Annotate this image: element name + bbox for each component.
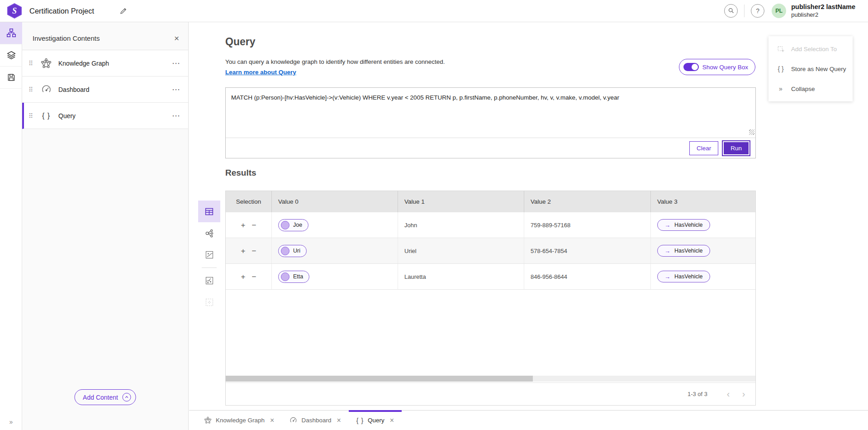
entity-cell: Etta [272, 264, 398, 289]
content-item-knowledge-graph[interactable]: ⠿ Knowledge Graph ⋯ [22, 50, 188, 76]
remove-selection-button[interactable]: − [252, 221, 256, 229]
entity-label: Uri [293, 248, 300, 254]
run-button[interactable]: Run [723, 141, 749, 155]
column-header-value0[interactable]: Value 0 [272, 191, 398, 212]
edge-pill[interactable]: → HasVehicle [657, 245, 710, 257]
close-tab-icon[interactable]: × [390, 416, 394, 425]
remove-selection-button[interactable]: − [252, 273, 256, 281]
edge-cell: → HasVehicle [651, 238, 755, 263]
entity-node-pill[interactable]: Etta [278, 271, 309, 283]
show-query-box-toggle[interactable]: Show Query Box [679, 59, 755, 75]
rail-item-contents[interactable] [0, 22, 22, 44]
query-page: Query You can query a knowledge graph to… [189, 22, 868, 410]
selection-cell: + − [226, 238, 272, 263]
add-content-button[interactable]: Add Content [74, 389, 136, 405]
menu-item-label: Add Selection To [791, 46, 837, 53]
tab-query[interactable]: { } Query × [349, 411, 402, 430]
content-item-label: Query [58, 112, 76, 119]
column-header-value2[interactable]: Value 2 [524, 191, 651, 212]
tab-knowledge-graph[interactable]: Knowledge Graph × [196, 411, 282, 430]
overflow-menu-icon[interactable]: ⋯ [172, 111, 180, 121]
learn-more-link[interactable]: Learn more about Query [225, 69, 296, 76]
search-icon[interactable] [724, 4, 738, 18]
expanded-view-icon [198, 291, 220, 313]
close-tab-icon[interactable]: × [337, 416, 341, 425]
panel-title: Investigation Contents [33, 34, 100, 42]
expand-rail-icon[interactable]: » [0, 418, 22, 425]
table-row: + − Uri Uriel 578-654-7854 → HasVehicle [226, 238, 755, 264]
edge-pill[interactable]: → HasVehicle [657, 219, 710, 231]
phone-cell: 759-889-57168 [524, 212, 651, 238]
add-selection-button[interactable]: + [241, 221, 246, 229]
selection-cell: + − [226, 212, 272, 238]
geo-map-view-icon[interactable] [198, 270, 220, 291]
table-header-row: Selection Value 0 Value 1 Value 2 Value … [226, 191, 755, 212]
column-header-value3[interactable]: Value 3 [651, 191, 755, 212]
first-name-cell: Uriel [398, 238, 524, 263]
map-view-icon[interactable] [198, 244, 220, 266]
column-header-selection[interactable]: Selection [226, 191, 272, 212]
scrollbar-thumb[interactable] [226, 376, 533, 382]
query-actions-menu: Add Selection To { } Store as New Query … [768, 36, 853, 101]
add-selection-button[interactable]: + [241, 273, 246, 281]
next-page-icon[interactable]: › [737, 389, 750, 399]
drag-handle-icon[interactable]: ⠿ [28, 60, 38, 67]
edge-cell: → HasVehicle [651, 264, 755, 289]
knowledge-graph-icon [40, 58, 52, 69]
user-avatar[interactable]: PL [772, 4, 786, 18]
tab-dashboard[interactable]: Dashboard × [282, 411, 348, 430]
arrow-right-icon: → [664, 274, 670, 280]
query-input[interactable]: MATCH (p:Person)-[hv:HasVehicle]->(v:Veh… [226, 88, 755, 134]
table-row: + − Etta Lauretta 846-956-8644 → HasVehi… [226, 264, 755, 290]
app-logo-icon[interactable]: S [7, 3, 22, 19]
rail-item-layers[interactable] [0, 44, 22, 67]
entity-node-pill[interactable]: Uri [278, 245, 307, 257]
investigation-contents-panel: Investigation Contents × ⠿ Knowledge Gra… [22, 22, 189, 430]
user-menu[interactable]: publisher2 lastName publisher2 [791, 4, 855, 18]
overflow-menu-icon[interactable]: ⋯ [172, 85, 180, 95]
menu-item-collapse[interactable]: » Collapse [768, 79, 853, 99]
content-item-query[interactable]: ⠿ { } Query ⋯ [22, 103, 188, 129]
remove-selection-button[interactable]: − [252, 247, 256, 255]
left-rail: » [0, 22, 22, 430]
save-icon [7, 73, 16, 82]
top-bar: S Certification Project ? PL publisher2 … [0, 0, 868, 22]
user-username: publisher2 [791, 12, 855, 18]
query-box: MATCH (p:Person)-[hv:HasVehicle]->(v:Veh… [225, 87, 756, 158]
rail-item-save[interactable] [0, 67, 22, 89]
network-view-icon[interactable] [198, 222, 220, 244]
hierarchy-icon [6, 28, 16, 38]
menu-item-label: Store as New Query [791, 66, 846, 72]
overflow-menu-icon[interactable]: ⋯ [172, 58, 180, 68]
entity-node-pill[interactable]: Joe [278, 219, 308, 231]
menu-item-store-as-new-query[interactable]: { } Store as New Query [768, 59, 853, 79]
bottom-tab-bar: Knowledge Graph × Dashboard × { } Query … [189, 410, 868, 430]
help-icon[interactable]: ? [751, 4, 764, 18]
edge-pill[interactable]: → HasVehicle [657, 271, 710, 282]
horizontal-scrollbar[interactable] [226, 376, 755, 382]
table-view-icon[interactable] [198, 201, 220, 222]
entity-label: Etta [293, 273, 303, 280]
entity-avatar [281, 247, 289, 255]
selection-cell: + − [226, 264, 272, 289]
edge-label: HasVehicle [674, 222, 703, 228]
entity-label: Joe [293, 222, 302, 228]
content-item-dashboard[interactable]: ⠿ Dashboard ⋯ [22, 76, 188, 103]
resize-handle[interactable] [749, 129, 754, 135]
edge-cell: → HasVehicle [651, 212, 755, 238]
close-panel-icon[interactable]: × [174, 35, 179, 42]
results-table: Selection Value 0 Value 1 Value 2 Value … [225, 191, 756, 406]
project-title: Certification Project [29, 7, 94, 15]
previous-page-icon[interactable]: ‹ [722, 389, 735, 399]
close-tab-icon[interactable]: × [270, 416, 274, 425]
drag-handle-icon[interactable]: ⠿ [28, 86, 38, 93]
column-header-value1[interactable]: Value 1 [398, 191, 524, 212]
edit-title-icon[interactable] [119, 7, 128, 15]
drag-handle-icon[interactable]: ⠿ [28, 112, 38, 119]
phone-cell: 846-956-8644 [524, 264, 651, 289]
table-row: + − Joe John 759-889-57168 → HasVehicle [226, 212, 755, 238]
add-selection-button[interactable]: + [241, 247, 246, 255]
menu-item-label: Collapse [791, 86, 815, 92]
content-item-label: Knowledge Graph [58, 60, 109, 67]
clear-button[interactable]: Clear [689, 141, 718, 155]
